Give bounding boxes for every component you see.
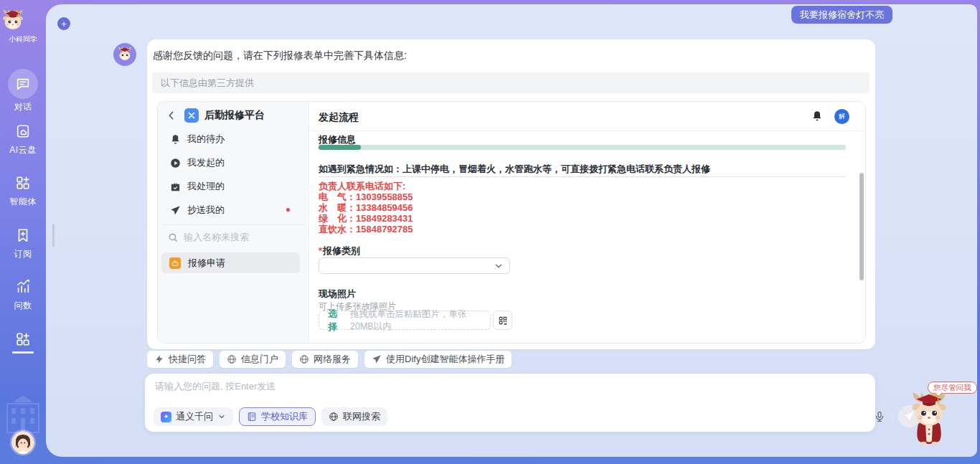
quick-action-label: 网络服务 xyxy=(314,353,351,366)
sidebar-item-label: 对话 xyxy=(0,101,46,113)
sidebar-item-ai-drive[interactable]: AI云盘 xyxy=(0,123,46,156)
brand-name: 小科同学 xyxy=(0,34,46,44)
assistant-message-text: 感谢您反馈的问题，请在下列报修表单中完善下具体信息: xyxy=(153,49,407,62)
tongyi-model-icon: ✦ xyxy=(161,412,171,422)
bar-chart-icon xyxy=(15,279,31,295)
sidebar-drag-handle[interactable] xyxy=(52,224,55,247)
zap-icon xyxy=(154,354,164,364)
nav-item-label: 抄送我的 xyxy=(187,204,225,217)
quick-action-network-services[interactable]: 网络服务 xyxy=(292,351,358,368)
nav-item-my-todos[interactable]: 我的待办 xyxy=(164,130,303,148)
app-window: 小科同学 对话 AI云盘 xyxy=(0,0,980,464)
bookmark-plus-icon xyxy=(15,227,31,243)
nav-item-label: 我的待办 xyxy=(187,133,225,146)
campus-building-decoration xyxy=(1,394,44,435)
assistant-message-card: 感谢您反馈的问题，请在下列报修表单中完善下具体信息: 以下信息由第三方提供 解文… xyxy=(147,39,875,349)
emergency-notice: 如遇到紧急情况如：上课中停电，冒烟着火，水管跑水等，可直接拨打紧急电话联系负责人… xyxy=(319,163,710,176)
user-message-bubble: 我要报修宿舍灯不亮 xyxy=(791,6,892,24)
app-search[interactable] xyxy=(168,232,291,242)
main-content: + 我要报修宿舍灯不亮 感谢您反馈的问题，请在下列报修表单中完善下具体信息: 以… xyxy=(46,4,977,457)
model-name: 通义千问 xyxy=(176,410,213,423)
notification-dot xyxy=(286,208,290,212)
nav-item-cc-to-me[interactable]: 抄送我的 xyxy=(164,201,303,219)
notifications-bell-icon[interactable] xyxy=(811,110,823,122)
sidebar-item-more[interactable] xyxy=(0,331,46,354)
photo-upload-dropzone[interactable]: 选择 拖拽或单击后粘贴图片，单张20MB以内 xyxy=(319,311,491,330)
category-select[interactable] xyxy=(319,257,510,274)
app-item-repair-request[interactable]: 报修申请 xyxy=(161,252,300,273)
globe-icon xyxy=(299,354,309,364)
progress-fill xyxy=(319,145,361,150)
quick-actions: 快捷问答 信息门户 网络服务 使用Dify创建智能体操作手册 xyxy=(147,351,512,368)
knowledge-base-toggle[interactable]: 学校知识库 xyxy=(239,407,316,426)
divider xyxy=(319,176,846,177)
sidebar-item-subscribe[interactable]: 订阅 xyxy=(0,227,46,260)
paper-plane-icon xyxy=(372,354,382,364)
divider xyxy=(164,224,303,225)
user-profile-avatar[interactable] xyxy=(11,431,34,454)
qr-upload-button[interactable] xyxy=(493,311,512,330)
toolbox-icon xyxy=(169,257,181,269)
contact-row: 水 暖：13384859456 xyxy=(319,202,413,213)
sidebar-item-chat[interactable]: 对话 xyxy=(0,69,46,113)
web-search-toggle[interactable]: 联网搜索 xyxy=(321,407,387,426)
composer-toolbar: ✦ 通义千问 学校知识库 联网搜索 xyxy=(154,407,387,426)
third-party-notice: 以下信息由第三方提供 xyxy=(152,72,870,93)
nav-item-label: 我发起的 xyxy=(187,156,225,169)
globe-icon xyxy=(329,412,339,422)
model-selector[interactable]: ✦ 通义千问 xyxy=(154,407,233,426)
upload-placeholder: 拖拽或单击后粘贴图片，单张20MB以内 xyxy=(350,308,490,333)
message-input[interactable] xyxy=(155,381,700,392)
sidebar-item-clipped-label xyxy=(12,351,34,354)
search-input[interactable] xyxy=(184,232,291,242)
app-item-label: 报修申请 xyxy=(188,257,225,270)
contact-row: 绿 化：15849283431 xyxy=(319,213,413,224)
grid-plus-icon xyxy=(15,331,31,347)
deer-mascot-icon xyxy=(0,9,26,33)
repair-app-sidebar: 后勤报修平台 我的待办 我发起的 xyxy=(158,102,309,344)
sidebar-item-data-qa[interactable]: 问数 xyxy=(0,279,46,312)
upload-select-button[interactable]: 选择 xyxy=(328,308,344,333)
quick-action-quick-qa[interactable]: 快捷问答 xyxy=(147,351,213,368)
category-field-label: *报修类别 xyxy=(319,245,360,257)
quick-action-label: 快捷问答 xyxy=(169,353,206,366)
cloud-drive-icon xyxy=(15,123,31,139)
repair-app-logo-icon xyxy=(184,108,199,123)
nav-item-my-handled[interactable]: 我处理的 xyxy=(164,177,303,196)
qr-code-icon xyxy=(498,316,508,326)
form-user-avatar[interactable]: 解 xyxy=(834,109,849,124)
left-sidebar: 小科同学 对话 AI云盘 xyxy=(0,0,46,464)
agent-grid-plus-icon xyxy=(15,175,31,191)
assistant-mascot[interactable] xyxy=(904,392,954,448)
nav-item-my-initiated[interactable]: 我发起的 xyxy=(164,153,303,172)
quick-action-dify-manual[interactable]: 使用Dify创建智能体操作手册 xyxy=(364,351,512,368)
contact-row: 电 气：13039558855 xyxy=(319,191,413,202)
globe-icon xyxy=(227,354,237,364)
back-button[interactable] xyxy=(166,109,179,122)
microphone-icon[interactable] xyxy=(874,411,885,422)
quick-action-label: 使用Dify创建智能体操作手册 xyxy=(386,353,504,366)
progress-bar xyxy=(319,145,846,150)
paper-plane-icon xyxy=(170,205,181,216)
knowledge-base-label: 学校知识库 xyxy=(261,410,308,423)
brand-mascot: 小科同学 xyxy=(0,9,46,44)
sidebar-item-label: 智能体 xyxy=(0,196,46,208)
play-circle-icon xyxy=(170,158,181,169)
photo-field-label: 现场照片 xyxy=(319,288,356,300)
composer: ✦ 通义千问 学校知识库 联网搜索 xyxy=(145,374,875,432)
form-scrollbar[interactable] xyxy=(859,173,864,280)
web-search-label: 联网搜索 xyxy=(343,410,380,423)
new-chat-button[interactable]: + xyxy=(57,17,70,30)
contact-row: 直饮水：15848792785 xyxy=(319,224,413,235)
chat-icon xyxy=(15,76,31,92)
repair-form-area: 发起流程 解 报修信息 如遇到紧急情况如：上课中停电，冒烟着火，水管跑水等，可直… xyxy=(309,102,866,344)
bell-icon xyxy=(170,134,181,145)
repair-app-embed: 解文霞7816解文霞7816解文霞7816解文霞7816解文霞7816解文霞78… xyxy=(157,101,866,344)
form-header: 发起流程 解 xyxy=(309,102,866,131)
sidebar-item-label: 订阅 xyxy=(0,248,46,260)
sidebar-item-agents[interactable]: 智能体 xyxy=(0,175,46,208)
book-icon xyxy=(247,412,257,422)
quick-action-info-portal[interactable]: 信息门户 xyxy=(220,351,286,368)
contacts-heading: 负责人联系电话如下: xyxy=(319,181,413,191)
sidebar-item-label: AI云盘 xyxy=(0,144,46,156)
